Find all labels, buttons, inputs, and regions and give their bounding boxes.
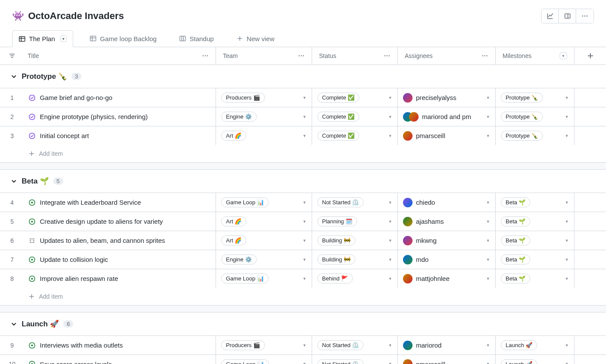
table-row[interactable]: 9Interviews with media outletsProducers … [0,335,606,354]
team-cell[interactable]: Game Loop 📊▼ [216,193,312,212]
add-item-button[interactable]: Add item [0,288,606,306]
chevron-down-icon[interactable]: ▼ [303,219,306,224]
team-cell[interactable]: Game Loop 📊▼ [216,355,312,364]
chevron-down-icon[interactable]: ▼ [565,200,569,205]
tab-the-plan[interactable]: The Plan ▾ [12,30,73,47]
column-team[interactable]: Team ··· [216,47,312,64]
team-cell[interactable]: Engine ⚙️▼ [216,107,312,126]
add-item-button[interactable]: Add item [0,145,606,163]
title-cell[interactable]: Game brief and go-no-go [24,88,216,107]
chevron-down-icon[interactable]: ▼ [565,362,569,364]
chevron-down-icon[interactable]: ▼ [486,238,490,243]
table-row[interactable]: 4Integrate with Leaderboard ServiceGame … [0,193,606,212]
table-row[interactable]: 2Engine prototype (physics, rendering)En… [0,107,606,126]
tab-dropdown-button[interactable]: ▾ [60,35,67,42]
table-row[interactable]: 6Updates to alien, beam, and cannon spri… [0,231,606,250]
chevron-down-icon[interactable]: ▼ [303,96,306,100]
chevron-down-icon[interactable]: ▼ [388,115,392,119]
column-milestones[interactable]: Milestones ▾ [495,47,574,64]
chevron-down-icon[interactable]: ▼ [486,362,490,364]
status-cell[interactable]: Not Started ⏲️▼ [312,355,397,364]
assignees-cell[interactable]: mariorod▼ [397,336,495,354]
chevron-down-icon[interactable]: ▼ [303,277,306,281]
table-row[interactable]: 5Creative design update to aliens for va… [0,212,606,231]
chevron-down-icon[interactable]: ▼ [565,96,569,100]
chevron-down-icon[interactable]: ▼ [565,258,569,262]
chevron-down-icon[interactable]: ▼ [486,258,490,262]
team-cell[interactable]: Engine ⚙️▼ [216,250,312,269]
chevron-down-icon[interactable]: ▼ [388,96,392,100]
filter-button[interactable] [0,47,24,64]
status-cell[interactable]: Not Started ⏲️▼ [312,336,397,354]
milestone-cell[interactable]: Launch 🚀▼ [495,355,574,364]
milestone-cell[interactable]: Beta 🌱▼ [495,269,574,288]
chevron-down-icon[interactable]: ▼ [388,343,392,348]
title-cell[interactable]: Engine prototype (physics, rendering) [24,107,216,126]
team-cell[interactable]: Producers 🎬▼ [216,336,312,354]
status-cell[interactable]: Planning 🗓️▼ [312,212,397,231]
milestone-cell[interactable]: Beta 🌱▼ [495,250,574,269]
team-cell[interactable]: Art 🌈▼ [216,231,312,250]
title-cell[interactable]: Initial concept art [24,126,216,145]
chevron-down-icon[interactable]: ▼ [565,238,569,243]
team-cell[interactable]: Art 🌈▼ [216,126,312,145]
milestone-cell[interactable]: Prototype 🍾▼ [495,88,574,107]
chevron-down-icon[interactable]: ▼ [303,134,306,138]
status-cell[interactable]: Complete ✅▼ [312,88,397,107]
chevron-down-icon[interactable]: ▼ [486,115,490,119]
chevron-down-icon[interactable]: ▼ [486,343,490,348]
title-cell[interactable]: Interviews with media outlets [24,336,216,354]
chevron-down-icon[interactable]: ▼ [388,238,392,243]
title-cell[interactable]: Updates to alien, beam, and cannon sprit… [24,231,216,250]
chevron-down-icon[interactable]: ▼ [565,134,569,138]
chevron-down-icon[interactable]: ▼ [565,219,569,224]
chevron-down-icon[interactable]: ▼ [303,238,306,243]
insights-button[interactable] [542,9,559,23]
team-cell[interactable]: Art 🌈▼ [216,212,312,231]
title-cell[interactable]: Improve alien respawn rate [24,269,216,288]
assignees-cell[interactable]: chiedo▼ [397,193,495,212]
assignees-cell[interactable]: mariorod and pm▼ [397,107,495,126]
milestone-cell[interactable]: Prototype 🍾▼ [495,107,574,126]
title-cell[interactable]: Creative design update to aliens for var… [24,212,216,231]
milestone-cell[interactable]: Beta 🌱▼ [495,212,574,231]
chevron-down-icon[interactable]: ▼ [565,115,569,119]
chevron-down-icon[interactable]: ▼ [486,277,490,281]
collapse-group-button[interactable] [10,178,17,185]
milestone-cell[interactable]: Beta 🌱▼ [495,193,574,212]
tab-game-loop-backlog[interactable]: Game loop Backlog [84,31,163,47]
column-menu-button[interactable]: ··· [298,52,305,59]
chevron-down-icon[interactable]: ▼ [388,258,392,262]
team-cell[interactable]: Producers 🎬▼ [216,88,312,107]
collapse-group-button[interactable] [10,321,17,328]
assignees-cell[interactable]: preciselyalyss▼ [397,88,495,107]
column-menu-button[interactable]: ··· [384,52,390,59]
assignees-cell[interactable]: mattjohnlee▼ [397,269,495,288]
chevron-down-icon[interactable]: ▼ [303,200,306,205]
assignees-cell[interactable]: pmarsceill▼ [397,126,495,145]
chevron-down-icon[interactable]: ▼ [388,362,392,364]
title-cell[interactable]: Save score across levels [24,355,216,364]
status-cell[interactable]: Building 🚧▼ [312,250,397,269]
assignees-cell[interactable]: mkwng▼ [397,231,495,250]
milestone-cell[interactable]: Launch 🚀▼ [495,336,574,354]
assignees-cell[interactable]: mdo▼ [397,250,495,269]
table-row[interactable]: 10Save score across levelsGame Loop 📊▼No… [0,354,606,364]
table-row[interactable]: 1Game brief and go-no-goProducers 🎬▼Comp… [0,88,606,107]
title-cell[interactable]: Integrate with Leaderboard Service [24,193,216,212]
table-row[interactable]: 7Update to collision logicEngine ⚙️▼Buil… [0,250,606,269]
add-column-button[interactable] [574,47,606,64]
tab-new-view[interactable]: New view [230,31,280,47]
chevron-down-icon[interactable]: ▼ [388,200,392,205]
column-assignees[interactable]: Assignees ··· [397,47,495,64]
status-cell[interactable]: Complete ✅▼ [312,107,397,126]
title-cell[interactable]: Update to collision logic [24,250,216,269]
milestone-cell[interactable]: Prototype 🍾▼ [495,126,574,145]
assignees-cell[interactable]: ajashams▼ [397,212,495,231]
status-cell[interactable]: Behind 🚩▼ [312,269,397,288]
chevron-down-icon[interactable]: ▼ [303,115,306,119]
chevron-down-icon[interactable]: ▼ [303,258,306,262]
status-cell[interactable]: Complete ✅▼ [312,126,397,145]
more-options-button[interactable] [576,9,593,23]
tab-standup[interactable]: Standup [173,31,220,47]
